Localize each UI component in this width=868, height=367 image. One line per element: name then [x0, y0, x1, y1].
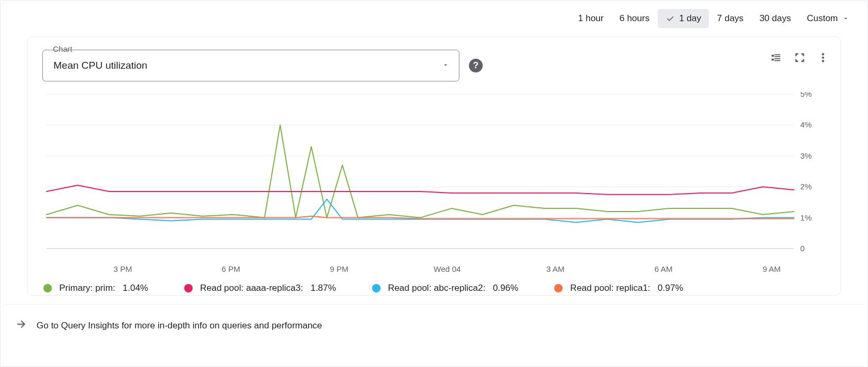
time-range-label: 7 days — [717, 13, 744, 24]
chart-card: Chart Mean CPU utilization ? — [27, 36, 841, 296]
monitoring-page: 1 hour6 hours1 day7 days30 daysCustom Ch… — [0, 0, 868, 367]
chevron-down-icon — [442, 60, 449, 71]
svg-text:2%: 2% — [800, 182, 812, 191]
time-range-custom-label: Custom — [807, 13, 838, 24]
chart-card-actions — [771, 52, 829, 63]
legend-value: 1.87% — [311, 283, 336, 293]
legend-toggle-icon[interactable] — [771, 52, 782, 63]
legend-item[interactable]: Primary: prim:1.04% — [43, 283, 148, 293]
legend-color-dot — [554, 284, 563, 292]
chart-plot[interactable]: 01%2%3%4%5% — [42, 92, 826, 261]
legend-value: 0.97% — [658, 283, 683, 293]
legend-color-dot — [184, 284, 193, 292]
x-tick-label: 9 AM — [751, 264, 793, 273]
x-tick-label: 3 AM — [534, 264, 576, 273]
chart-select-value: Mean CPU utilization — [53, 60, 147, 71]
legend-item[interactable]: Read pool: abc-replica2:0.96% — [372, 283, 518, 293]
fullscreen-icon[interactable] — [794, 52, 806, 63]
time-range-option[interactable]: 30 days — [752, 9, 799, 28]
time-range-label: 30 days — [760, 13, 791, 24]
time-range-option[interactable]: 7 days — [710, 9, 751, 28]
chart-svg: 01%2%3%4%5% — [42, 92, 826, 261]
query-insights-link[interactable]: Go to Query Insights for more in-depth i… — [4, 304, 864, 343]
legend-label: Read pool: aaaa-replica3: — [200, 283, 303, 293]
chart-type-select[interactable]: Chart Mean CPU utilization — [42, 50, 459, 81]
legend-value: 1.04% — [123, 283, 148, 293]
legend-value: 0.96% — [493, 283, 518, 293]
x-tick-label: Wed 04 — [426, 264, 468, 273]
more-options-icon[interactable] — [817, 52, 829, 63]
legend-color-dot — [43, 284, 52, 292]
chart-select-field[interactable]: Mean CPU utilization — [42, 50, 459, 81]
x-tick-label: 6 AM — [643, 264, 685, 273]
chart-x-axis-ticks: 3 PM6 PM9 PMWed 043 AM6 AM9 AM — [102, 264, 793, 273]
legend-item[interactable]: Read pool: aaaa-replica3:1.87% — [184, 283, 336, 293]
time-range-selector: 1 hour6 hours1 day7 days30 daysCustom — [4, 4, 864, 32]
time-range-label: 6 hours — [619, 13, 649, 24]
legend-label: Read pool: abc-replica2: — [388, 283, 485, 293]
time-range-label: 1 hour — [578, 13, 603, 24]
x-tick-label: 9 PM — [318, 264, 360, 273]
chart-card-header: Chart Mean CPU utilization ? — [28, 37, 840, 81]
svg-point-0 — [822, 53, 824, 56]
svg-text:5%: 5% — [800, 92, 812, 98]
legend-label: Read pool: replica1: — [570, 283, 650, 293]
chart-legend: Primary: prim:1.04%Read pool: aaaa-repli… — [28, 273, 840, 305]
svg-text:0: 0 — [800, 244, 804, 253]
legend-label: Primary: prim: — [59, 283, 115, 293]
time-range-option[interactable]: 6 hours — [612, 9, 657, 28]
svg-point-1 — [822, 57, 824, 59]
x-tick-label: 6 PM — [210, 264, 252, 273]
check-icon — [665, 14, 675, 23]
time-range-option[interactable]: 1 hour — [571, 9, 611, 28]
time-range-label: 1 day — [679, 13, 701, 24]
legend-color-dot — [372, 284, 381, 292]
help-icon[interactable]: ? — [469, 59, 483, 72]
time-range-custom[interactable]: Custom — [799, 9, 852, 28]
svg-text:4%: 4% — [800, 120, 812, 129]
arrow-right-icon — [15, 318, 27, 333]
svg-text:1%: 1% — [800, 213, 812, 222]
footer-link-text: Go to Query Insights for more in-depth i… — [37, 320, 322, 331]
svg-point-2 — [822, 60, 824, 62]
legend-item[interactable]: Read pool: replica1:0.97% — [554, 283, 683, 293]
chevron-down-icon — [842, 15, 849, 22]
svg-text:3%: 3% — [800, 151, 812, 160]
time-range-option[interactable]: 1 day — [658, 9, 709, 28]
x-tick-label: 3 PM — [102, 264, 144, 273]
